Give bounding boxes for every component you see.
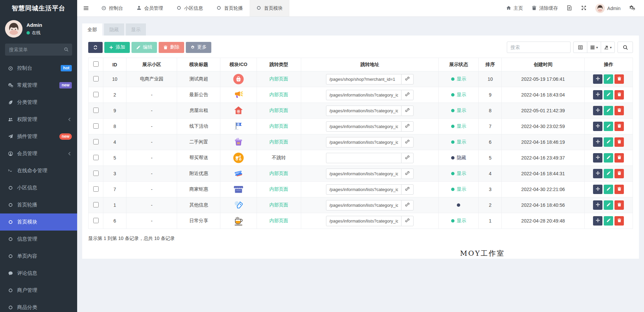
row-edit-button[interactable] [604, 74, 613, 84]
row-edit-button[interactable] [604, 200, 613, 210]
jump-url-input[interactable] [326, 121, 401, 132]
sidebar-item-首页轮播[interactable]: 首页轮播 [0, 196, 77, 213]
sidebar-item-权限管理[interactable]: 权限管理 [0, 111, 77, 128]
row-checkbox[interactable] [93, 92, 99, 97]
drag-sort-button[interactable] [593, 216, 602, 226]
select-all-checkbox[interactable] [93, 61, 99, 67]
card-view-button[interactable] [573, 42, 587, 53]
cell-status[interactable]: 显示 [439, 71, 479, 87]
row-checkbox[interactable] [93, 171, 99, 176]
link-button[interactable] [401, 153, 414, 163]
drag-sort-button[interactable] [593, 153, 602, 163]
sidebar-item-信息管理[interactable]: 信息管理 [0, 231, 77, 248]
drag-sort-button[interactable] [593, 185, 602, 194]
menu-search-input[interactable] [5, 44, 72, 56]
edit-button[interactable]: 编辑 [131, 42, 157, 53]
filter-tab-全部[interactable]: 全部 [82, 23, 102, 36]
user-menu[interactable]: Admin [591, 0, 625, 16]
filter-tab-隐藏[interactable]: 隐藏 [104, 23, 124, 36]
sidebar-item-评论信息[interactable]: 评论信息 [0, 265, 77, 282]
cell-status[interactable]: 显示 [439, 134, 479, 150]
refresh-button[interactable] [88, 42, 103, 53]
sidebar-item-商品分类[interactable]: 商品分类 [0, 299, 77, 312]
clear-cache-button[interactable]: 清除缓存 [527, 0, 562, 16]
cell-status[interactable]: 显示 [439, 103, 479, 119]
sidebar-item-控制台[interactable]: 控制台hot [0, 60, 77, 77]
drag-sort-button[interactable] [593, 200, 602, 210]
row-edit-button[interactable] [604, 90, 613, 100]
drag-sort-button[interactable] [593, 90, 602, 100]
jump-url-input[interactable] [326, 169, 401, 179]
columns-button[interactable]: ▾ [587, 42, 601, 53]
jump-url-input[interactable] [326, 216, 401, 226]
cell-status[interactable]: 显示 [439, 213, 479, 229]
row-edit-button[interactable] [604, 106, 613, 115]
language-button[interactable] [562, 0, 577, 16]
nav-tab-首页模块[interactable]: 首页模块 [250, 0, 289, 16]
link-button[interactable] [401, 216, 414, 226]
row-delete-button[interactable] [614, 153, 624, 163]
row-delete-button[interactable] [614, 169, 624, 178]
row-delete-button[interactable] [614, 185, 624, 194]
drag-sort-button[interactable] [593, 169, 602, 178]
cell-status[interactable]: 显示 [439, 87, 479, 103]
jump-url-input[interactable] [326, 184, 401, 195]
sidebar-item-首页模块[interactable]: 首页模块 [0, 213, 77, 231]
home-link[interactable]: 主页 [502, 0, 527, 16]
row-delete-button[interactable] [614, 122, 624, 131]
drag-sort-button[interactable] [593, 122, 602, 131]
row-checkbox[interactable] [93, 76, 99, 81]
filter-tab-显示[interactable]: 显示 [126, 23, 146, 36]
jump-url-input[interactable] [326, 90, 401, 100]
delete-button[interactable]: 删除 [159, 42, 184, 53]
cell-status[interactable]: 显示 [439, 182, 479, 197]
jump-url-input[interactable] [326, 153, 401, 163]
cell-status[interactable]: 隐藏 [439, 150, 479, 166]
link-button[interactable] [401, 169, 414, 179]
settings-button[interactable] [625, 0, 639, 16]
sidebar-item-插件管理[interactable]: 插件管理new [0, 128, 77, 145]
nav-tab-控制台[interactable]: 控制台 [95, 0, 130, 16]
link-button[interactable] [401, 90, 414, 100]
link-button[interactable] [401, 184, 414, 195]
hamburger-menu-icon[interactable] [77, 0, 95, 16]
sidebar-item-在线命令管理[interactable]: 在线命令管理 [0, 162, 77, 179]
link-button[interactable] [401, 106, 414, 116]
row-checkbox[interactable] [93, 186, 99, 192]
link-button[interactable] [401, 137, 414, 147]
cell-status[interactable]: 显示 [439, 119, 479, 134]
fullscreen-button[interactable] [577, 0, 591, 16]
link-button[interactable] [401, 200, 414, 210]
jump-url-input[interactable] [326, 200, 401, 210]
sidebar-item-会员管理[interactable]: 会员管理 [0, 145, 77, 162]
search-icon[interactable] [64, 47, 69, 53]
row-checkbox[interactable] [93, 123, 99, 129]
row-delete-button[interactable] [614, 74, 624, 84]
row-delete-button[interactable] [614, 90, 624, 100]
export-button[interactable]: ▾ [601, 42, 615, 53]
column-header-id[interactable]: ID [103, 58, 126, 71]
link-button[interactable] [401, 121, 414, 132]
row-delete-button[interactable] [614, 137, 624, 147]
add-button[interactable]: 添加 [104, 42, 130, 53]
jump-url-input[interactable] [326, 106, 401, 116]
table-search-input[interactable] [507, 42, 571, 53]
row-edit-button[interactable] [604, 137, 613, 147]
row-edit-button[interactable] [604, 216, 613, 226]
row-edit-button[interactable] [604, 122, 613, 131]
row-checkbox[interactable] [93, 155, 99, 160]
cell-status[interactable]: 显示 [439, 166, 479, 182]
more-button[interactable]: 更多 [186, 42, 211, 53]
sidebar-item-常规管理[interactable]: 常规管理new [0, 77, 77, 94]
nav-tab-首页轮播[interactable]: 首页轮播 [210, 0, 250, 16]
cell-status[interactable] [439, 197, 479, 213]
row-edit-button[interactable] [604, 169, 613, 178]
sidebar-item-单页内容[interactable]: 单页内容 [0, 248, 77, 265]
row-edit-button[interactable] [604, 185, 613, 194]
row-delete-button[interactable] [614, 216, 624, 226]
row-edit-button[interactable] [604, 153, 613, 163]
nav-tab-会员管理[interactable]: 会员管理 [130, 0, 170, 16]
drag-sort-button[interactable] [593, 137, 602, 147]
drag-sort-button[interactable] [593, 74, 602, 84]
row-checkbox[interactable] [93, 108, 99, 113]
